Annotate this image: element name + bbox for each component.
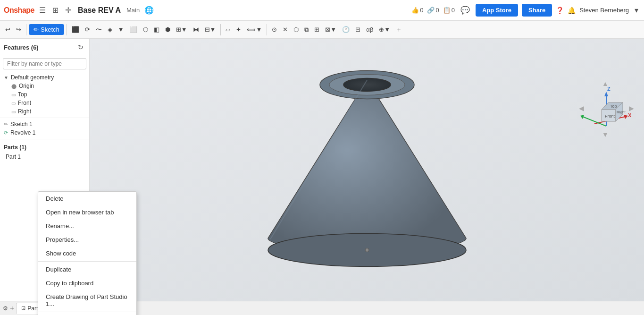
chevron-down-icon[interactable]: ▾ <box>633 4 640 17</box>
toolbar: ↩ ↪ ✏ Sketch ⬛ ⟳ 〜 ◈ ▼ ⬜ ⬡ ◧ ⬢ ⊞▼ ⧓ ⊟▼ ▱… <box>0 21 644 39</box>
tree-divider <box>0 118 89 118</box>
notifications-button[interactable]: 🔔 <box>568 7 576 14</box>
svg-text:▲: ▲ <box>602 81 609 87</box>
tree-right[interactable]: ▭ Right <box>8 107 89 116</box>
ctx-properties[interactable]: Properties... <box>38 233 136 247</box>
features-header: Features (6) ↻ <box>0 39 89 56</box>
appstore-button[interactable]: App Store <box>476 4 518 17</box>
globe-icon[interactable]: 🌐 <box>142 4 156 17</box>
refresh-icon[interactable]: ↻ <box>76 42 85 53</box>
tree-origin[interactable]: ⬤ Origin <box>8 82 89 90</box>
tool17-button[interactable]: ⊕▼ <box>376 25 393 34</box>
svg-text:▶: ▶ <box>629 104 634 112</box>
clock-button[interactable]: 🕐 <box>340 25 352 34</box>
tree-front[interactable]: ▭ Front <box>8 99 89 107</box>
tree-label: Sketch 1 <box>10 121 33 128</box>
tree-top[interactable]: ▭ Top <box>8 90 89 99</box>
tree-label: Top <box>18 91 27 98</box>
tab-icon: ⊡ <box>21 305 25 311</box>
weld-button[interactable]: ⧓ <box>191 25 201 34</box>
ctx-copy-clipboard[interactable]: Copy to clipboard <box>38 276 136 290</box>
ctx-delete[interactable]: Delete <box>38 192 136 205</box>
onshape-logo[interactable]: Onshape <box>4 6 34 15</box>
features-icon[interactable]: ⊞ <box>50 4 60 17</box>
share-button[interactable]: Share <box>522 4 552 17</box>
tree-label: Origin <box>19 83 34 89</box>
help-button[interactable]: ❓ <box>556 7 564 14</box>
undo-button[interactable]: ↩ <box>3 25 13 34</box>
extrude-button[interactable]: ⬛ <box>69 25 82 34</box>
filter-input[interactable] <box>3 58 86 69</box>
user-name: Steven Berneberg <box>579 7 629 14</box>
tool14-button[interactable]: ⊞ <box>312 25 322 34</box>
svg-text:X: X <box>628 112 632 118</box>
tool10-button[interactable]: ⊟▼ <box>202 25 218 34</box>
tools-icon[interactable]: ✛ <box>63 4 73 17</box>
tool13-button[interactable]: ⧉ <box>302 25 311 35</box>
features-title: Features (6) <box>4 44 39 51</box>
sweep-button[interactable]: 〜 <box>93 24 104 35</box>
orientation-cube-svg: Z X Front Top Right ▲ ▼ <box>578 81 635 138</box>
sketch-pencil-icon: ✏ <box>33 26 39 33</box>
fillet-button[interactable]: ⬜ <box>127 25 140 34</box>
tree-default-geometry[interactable]: ▼ Default geometry <box>0 73 89 82</box>
ctx-divider-1 <box>38 261 136 262</box>
ctx-show-code[interactable]: Show code <box>38 247 136 260</box>
toolbar-divider-2 <box>67 24 67 35</box>
tool15-button[interactable]: ⊟ <box>353 25 363 34</box>
cone-svg <box>249 59 485 271</box>
toolbar-divider-3 <box>220 24 221 35</box>
redo-button[interactable]: ↪ <box>14 25 24 34</box>
tree-revolve1[interactable]: ⟳ Revolve 1 <box>0 128 89 137</box>
navbar: Onshape ☰ ⊞ ✛ Base REV A Main 🌐 👍 0 🔗 0 … <box>0 0 644 21</box>
svg-marker-6 <box>604 92 608 96</box>
tree-sketch1[interactable]: ✏ Sketch 1 <box>0 120 89 128</box>
add-button[interactable]: ＋ <box>393 24 404 35</box>
expand-icon: ▼ <box>4 75 8 80</box>
ctx-duplicate[interactable]: Duplicate <box>38 263 136 276</box>
likes-count: 👍 0 <box>411 7 423 14</box>
comment-icon[interactable]: 💬 <box>459 4 472 17</box>
ctx-open-tab[interactable]: Open in new browser tab <box>38 205 136 219</box>
ctx-create-drawing[interactable]: Create Drawing of Part Studio 1... <box>38 290 136 311</box>
svg-text:Front: Front <box>605 114 615 119</box>
branch-name: Main <box>126 7 140 14</box>
mate-button[interactable]: ✦ <box>234 25 243 34</box>
tab-settings-button[interactable]: ⚙ <box>3 305 8 312</box>
orientation-cube: Z X Front Top Right ▲ ▼ <box>578 81 635 138</box>
revolve-button[interactable]: ⟳ <box>83 25 92 34</box>
plane-icon: ▭ <box>11 92 16 97</box>
ctx-move-doc[interactable]: Move to document... <box>38 313 136 315</box>
svg-text:Top: Top <box>610 104 617 109</box>
sketch-icon: ✏ <box>4 121 8 128</box>
origin-dot-icon: ⬤ <box>11 84 17 89</box>
part-item[interactable]: Part 1 <box>4 153 85 161</box>
ctx-rename[interactable]: Rename... <box>38 219 136 233</box>
sketch-button[interactable]: ✏ Sketch <box>29 24 64 35</box>
ctx-divider-2 <box>38 312 136 312</box>
toolbar-divider-4 <box>267 24 267 35</box>
toolbar-divider-1 <box>26 24 26 35</box>
tree-label: Front <box>18 100 31 106</box>
pattern-button[interactable]: ⊞▼ <box>174 25 190 34</box>
section-button[interactable]: ⊠▼ <box>323 25 339 34</box>
svg-point-4 <box>365 248 369 252</box>
copies-count: 📋 0 <box>443 7 455 14</box>
draft-button[interactable]: ◧ <box>151 25 162 34</box>
tab-add-button[interactable]: + <box>10 304 14 313</box>
tool5-button[interactable]: ▼ <box>116 25 126 34</box>
shell-button[interactable]: ⬢ <box>163 25 173 34</box>
tool16-button[interactable]: αβ <box>364 25 376 34</box>
svg-text:Right: Right <box>617 110 626 114</box>
plane-button[interactable]: ▱ <box>223 25 233 34</box>
context-menu: Delete Open in new browser tab Rename...… <box>38 191 137 315</box>
menu-icon[interactable]: ☰ <box>37 4 48 17</box>
chamfer-button[interactable]: ⬡ <box>141 25 151 34</box>
tool12-button[interactable]: ⬡ <box>291 25 301 34</box>
tool11-button[interactable]: ✕ <box>280 25 290 34</box>
viewport[interactable]: Z X Front Top Right ▲ ▼ <box>90 39 644 301</box>
loft-button[interactable]: ◈ <box>105 25 115 34</box>
mirror-button[interactable]: ⟺▼ <box>244 25 264 34</box>
measure-button[interactable]: ⊙ <box>269 25 279 34</box>
doc-title: Base REV A <box>78 6 121 15</box>
